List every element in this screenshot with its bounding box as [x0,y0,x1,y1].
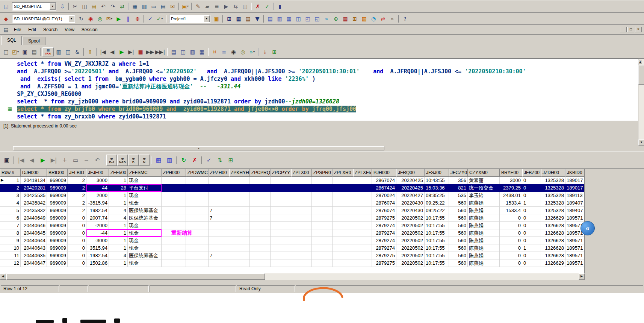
vscroll-up-arrow-icon[interactable]: ▲ [638,60,642,64]
grid-cell[interactable]: 535 [449,192,468,199]
grid-cell[interactable] [162,199,186,207]
grid-cell[interactable]: 2007.74 [86,214,109,222]
grid-cell[interactable] [162,222,186,229]
grid-cell[interactable] [271,222,291,229]
sql-window-system-icon[interactable]: ▤ [2,25,11,34]
grid-cell[interactable] [162,207,186,214]
grid-cell[interactable] [250,237,271,244]
grid-cell[interactable]: 20220430 [396,207,425,214]
grid-column-header-zpcprq[interactable]: ZPCPRQ [250,169,271,177]
grid-cell[interactable]: 560 [449,252,468,259]
grid-horizontal-scrollbar[interactable]: ◀ ▶ [0,273,585,280]
grid-cell[interactable]: -44 [86,229,109,237]
grid-cell[interactable]: 10 [0,244,21,252]
grid-cell[interactable] [312,184,333,192]
pause-icon[interactable]: ∥ [124,14,133,23]
delete-row-icon[interactable]: − [81,155,92,166]
grid-cell[interactable]: 20435842 [21,199,47,207]
grid-view-icon[interactable]: ▦ [153,155,164,166]
hscroll-right-arrow-icon[interactable]: ▶ [579,273,585,280]
grid-column-header-brye00[interactable]: BRYE00 [500,169,522,177]
grid-cell[interactable] [333,184,353,192]
help-icon[interactable]: ? [401,14,410,23]
grid-cell[interactable]: 1 [109,177,128,184]
grid-cell[interactable]: 560 [449,207,468,214]
grid-cell[interactable]: 189571 [565,252,585,259]
grid-cell[interactable] [209,244,229,252]
grid-cell[interactable]: 09:25:22 [425,207,449,214]
first-row-icon[interactable]: |◀ [16,155,26,166]
grid-cell[interactable]: 2 [68,177,86,184]
grid-cell[interactable]: 560 [449,214,468,222]
grid-cell[interactable]: 08:35:25 [425,192,449,199]
grid-column-header-jfbz00[interactable]: JFBZ00 [522,169,541,177]
grid-column-header-zff500[interactable]: ZFF500 [109,169,128,177]
commit-icon[interactable]: ◉ [86,14,95,23]
insert-row-icon[interactable]: + [59,155,70,166]
paste-icon[interactable]: ▤ [89,2,98,11]
grid-cell[interactable]: 0 [68,244,86,252]
grid-cell[interactable]: 20435832 [21,207,47,214]
grid-cell[interactable]: 969009 [47,192,68,199]
grid-cell[interactable]: 2879274 [372,222,396,229]
data-grid-icon[interactable]: ▦ [341,14,350,23]
plan-icon[interactable]: ≡ [219,47,228,56]
grid-cell[interactable] [229,207,250,214]
grid-cell[interactable]: -3515.94 [86,199,109,207]
grid-cell[interactable]: 1325328 [541,192,565,199]
floating-collapse-button[interactable]: « [581,221,595,235]
grid-cell[interactable]: 2876074 [372,207,396,214]
grid-cell[interactable]: 0 [68,214,86,222]
grid-cell[interactable]: 1 [109,237,128,244]
grid-cell[interactable]: 1326628 [541,237,565,244]
grid-cell[interactable]: 0 [522,222,541,229]
grid-cell[interactable]: 10:17:55 [425,259,449,267]
grid-cell[interactable] [271,237,291,244]
exec-first-icon[interactable]: |◀ [98,47,107,56]
grid-cell[interactable] [209,222,229,229]
verify-data-icon[interactable]: ✓ [204,155,214,166]
tile-icon[interactable]: ◱ [313,14,322,23]
fast-forward-icon[interactable]: » [322,14,331,23]
editor-vertical-scrollbar[interactable]: ▲ ▼ [638,59,644,146]
grid-cell[interactable]: 189017 [565,177,585,184]
grid-cell[interactable] [162,237,186,244]
grid-cell[interactable]: 1533.4 [500,207,522,214]
hscroll-thumb[interactable] [6,273,265,280]
run-script-icon[interactable]: ▶ [222,2,231,11]
grid-cell[interactable]: 0 [500,214,522,222]
grid-cell[interactable]: 10:17:55 [425,222,449,229]
grid-column-header-zpkhyh[interactable]: ZPKHYH [229,169,250,177]
grid-cell[interactable]: 20220502 [396,259,425,267]
grid-cell[interactable] [333,214,353,222]
exec-last-icon[interactable]: ▶▶| [155,47,165,56]
grid-cell[interactable] [353,199,372,207]
window-icon[interactable]: ▦ [130,2,139,11]
grid-cell[interactable]: 4 [0,199,21,207]
spell-check-icon[interactable]: ✗ [253,2,262,11]
grid-cell[interactable] [229,229,250,237]
restore-button[interactable]: □ [627,27,634,32]
grid-cell[interactable]: 4 [109,252,128,259]
grid-cell[interactable] [312,259,333,267]
grid-cell[interactable]: 189571 [565,244,585,252]
edit-data-icon[interactable]: ▦#FX! [42,47,54,56]
grid-cell[interactable] [250,259,271,267]
grid-cell[interactable] [250,192,271,199]
mail-icon[interactable]: ✉ [168,2,177,11]
grid-column-header-czyxm0[interactable]: CZYXM0 [468,169,500,177]
sort-filter-icon[interactable]: ⇅ [215,155,225,166]
grid-cell[interactable]: 现金 [128,259,162,267]
grid-cell[interactable] [271,214,291,222]
link-icon[interactable]: ⇄ [118,2,127,11]
grid-cell[interactable]: 现金 [128,222,162,229]
grid-cell[interactable]: 0 [522,177,541,184]
grid-cell[interactable]: 0 [500,222,522,229]
grid-cell[interactable]: 20220425 [396,177,425,184]
grid-cell[interactable]: 统一预交金 [468,184,500,192]
grid-cell[interactable]: 0 [522,259,541,267]
validate-icon[interactable]: ✓ [263,2,272,11]
grid-column-header-jfsj00[interactable]: JFSJ00 [425,169,449,177]
grid-cell[interactable]: 1326628 [541,222,565,229]
grid-cell[interactable]: 0 [500,237,522,244]
